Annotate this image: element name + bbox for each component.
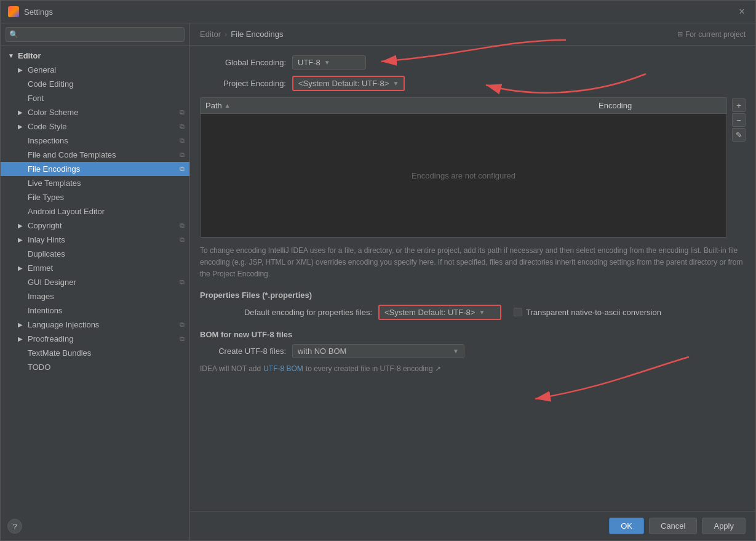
title-bar-left: Settings: [8, 6, 53, 17]
properties-section-title: Properties Files (*.properties): [200, 291, 746, 300]
arrow-code-style: [18, 123, 25, 130]
copy-icon-color-scheme: ⧉: [180, 108, 185, 116]
copy-icon-language-injections: ⧉: [180, 321, 185, 329]
arrow-copyright: [18, 222, 25, 229]
encoding-table: Path ▲ Encoding Encodings are not config…: [200, 97, 727, 238]
sidebar-item-code-editing[interactable]: Code Editing: [1, 77, 189, 91]
sidebar-item-editor[interactable]: Editor: [1, 49, 189, 63]
sidebar-label-file-types: File Types: [28, 193, 64, 202]
sidebar-item-inlay-hints[interactable]: Inlay Hints ⧉: [1, 233, 189, 247]
breadcrumb-separator: ›: [225, 30, 227, 39]
default-encoding-value: <System Default: UTF-8>: [384, 308, 475, 317]
sidebar-label-file-code-templates: File and Code Templates: [28, 150, 116, 159]
sidebar-item-font[interactable]: Font: [1, 91, 189, 105]
sidebar-item-intentions[interactable]: Intentions: [1, 303, 189, 318]
sidebar-label-language-injections: Language Injections: [28, 320, 99, 329]
global-encoding-value: UTF-8: [298, 58, 320, 67]
sidebar-item-todo[interactable]: TODO: [1, 360, 189, 374]
project-encoding-label: Project Encoding:: [200, 79, 286, 88]
default-encoding-dropdown[interactable]: <System Default: UTF-8> ▼: [378, 305, 501, 320]
sidebar-item-gui-designer[interactable]: GUI Designer ⧉: [1, 275, 189, 289]
dialog-footer: OK Cancel Apply: [190, 511, 755, 540]
sidebar-item-file-types[interactable]: File Types: [1, 190, 189, 204]
sidebar: 🔍 Editor General Code Editing: [1, 23, 190, 540]
sidebar-item-images[interactable]: Images: [1, 289, 189, 303]
sidebar-label-proofreading: Proofreading: [28, 334, 73, 343]
sidebar-label-color-scheme: Color Scheme: [28, 108, 78, 117]
arrow-emmet: [18, 265, 25, 271]
copy-icon-copyright: ⧉: [180, 222, 185, 230]
sidebar-label-live-templates: Live Templates: [28, 178, 81, 188]
copy-icon-inspections: ⧉: [180, 137, 185, 145]
transparent-checkbox[interactable]: [514, 308, 522, 316]
for-project-label: For current project: [685, 30, 746, 39]
breadcrumb: Editor › File Encodings ⊞ For current pr…: [190, 23, 755, 46]
transparent-checkbox-label[interactable]: Transparent native-to-ascii conversion: [514, 308, 661, 317]
sidebar-item-live-templates[interactable]: Live Templates: [1, 176, 189, 190]
sidebar-item-color-scheme[interactable]: Color Scheme ⧉: [1, 105, 189, 119]
global-encoding-dropdown[interactable]: UTF-8 ▼: [292, 55, 366, 70]
sidebar-item-textmate-bundles[interactable]: TextMate Bundles: [1, 346, 189, 360]
global-encoding-row: Global Encoding: UTF-8 ▼: [200, 55, 746, 70]
table-header: Path ▲ Encoding: [201, 98, 726, 114]
breadcrumb-parent: Editor: [200, 30, 221, 39]
sidebar-label-intentions: Intentions: [28, 306, 62, 315]
transparent-label: Transparent native-to-ascii conversion: [526, 308, 661, 317]
main-area: 🔍 Editor General Code Editing: [1, 23, 755, 540]
sidebar-item-file-encodings[interactable]: File Encodings ⧉: [1, 162, 189, 176]
create-utf8-value: with NO BOM: [298, 347, 449, 356]
sidebar-item-general[interactable]: General: [1, 63, 189, 77]
add-path-button[interactable]: +: [732, 98, 746, 112]
expand-arrow-editor: [8, 52, 15, 59]
sidebar-item-proofreading[interactable]: Proofreading ⧉: [1, 332, 189, 346]
ok-button[interactable]: OK: [609, 518, 644, 534]
sidebar-item-inspections[interactable]: Inspections ⧉: [1, 134, 189, 148]
apply-button[interactable]: Apply: [702, 518, 746, 534]
sidebar-item-copyright[interactable]: Copyright ⧉: [1, 218, 189, 233]
bom-info-link[interactable]: UTF-8 BOM: [263, 364, 303, 373]
project-encoding-arrow: ▼: [392, 80, 399, 87]
sidebar-label-inlay-hints: Inlay Hints: [28, 235, 65, 244]
search-box: 🔍: [1, 23, 189, 46]
remove-path-button[interactable]: −: [732, 113, 746, 127]
col-encoding: Encoding: [599, 101, 722, 110]
sidebar-item-duplicates[interactable]: Duplicates: [1, 247, 189, 261]
table-empty-text: Encodings are not configured: [412, 171, 515, 180]
close-button[interactable]: ×: [736, 6, 748, 18]
sidebar-label-inspections: Inspections: [28, 136, 68, 145]
edit-path-button[interactable]: ✎: [732, 128, 746, 142]
breadcrumb-current: File Encodings: [231, 30, 283, 39]
arrow-color-scheme: [18, 109, 25, 116]
search-input[interactable]: [6, 27, 185, 42]
content-body: Global Encoding: UTF-8 ▼ Project Encodin…: [190, 46, 755, 511]
table-body: Encodings are not configured: [201, 114, 726, 237]
sidebar-label-file-encodings: File Encodings: [28, 164, 80, 174]
create-utf8-dropdown[interactable]: with NO BOM ▼: [292, 344, 464, 358]
sidebar-label-android-layout-editor: Android Layout Editor: [28, 207, 105, 216]
info-text: To change encoding IntelliJ IDEA uses fo…: [200, 245, 746, 281]
sidebar-item-language-injections[interactable]: Language Injections ⧉: [1, 318, 189, 332]
encoding-table-area: Path ▲ Encoding Encodings are not config…: [200, 97, 746, 238]
properties-section: Properties Files (*.properties) Default …: [200, 291, 746, 320]
sidebar-tree: Editor General Code Editing Font: [1, 46, 189, 540]
copy-icon-file-code-templates: ⧉: [180, 151, 185, 159]
arrow-language-injections: [18, 321, 25, 328]
sidebar-label-general: General: [28, 65, 56, 74]
sidebar-item-code-style[interactable]: Code Style ⧉: [1, 119, 189, 134]
help-button[interactable]: ?: [7, 519, 22, 534]
sort-arrow-path: ▲: [225, 102, 231, 109]
project-encoding-dropdown[interactable]: <System Default: UTF-8> ▼: [292, 76, 405, 91]
col-encoding-label: Encoding: [599, 101, 632, 110]
global-encoding-arrow: ▼: [324, 59, 330, 66]
copy-icon-code-style: ⧉: [180, 122, 185, 130]
for-current-project-link[interactable]: ⊞ For current project: [677, 30, 746, 39]
copy-icon-proofreading: ⧉: [180, 335, 185, 343]
search-wrapper: 🔍: [6, 27, 185, 42]
cancel-button[interactable]: Cancel: [649, 518, 697, 534]
sidebar-label-duplicates: Duplicates: [28, 249, 65, 258]
default-encoding-row: Default encoding for properties files: <…: [200, 305, 746, 320]
sidebar-item-file-code-templates[interactable]: File and Code Templates ⧉: [1, 148, 189, 162]
sidebar-item-android-layout-editor[interactable]: Android Layout Editor: [1, 204, 189, 218]
sidebar-item-emmet[interactable]: Emmet: [1, 261, 189, 275]
sidebar-label-emmet: Emmet: [28, 263, 53, 273]
